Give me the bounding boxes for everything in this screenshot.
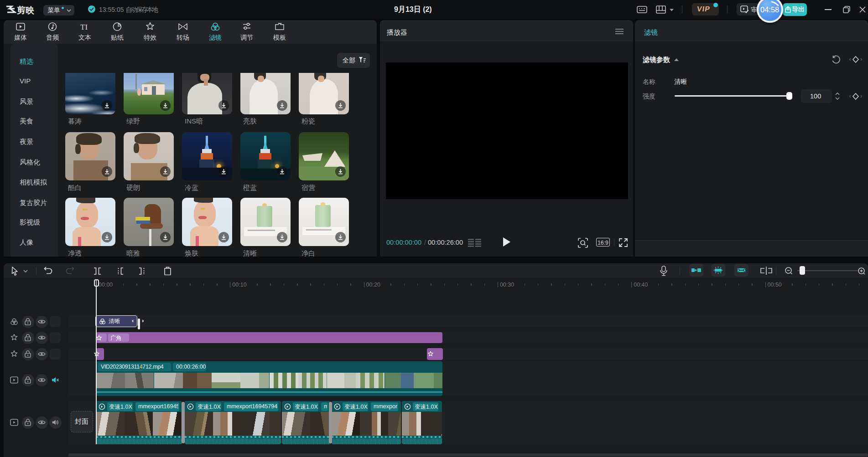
svg-text:TI: TI (80, 23, 88, 31)
